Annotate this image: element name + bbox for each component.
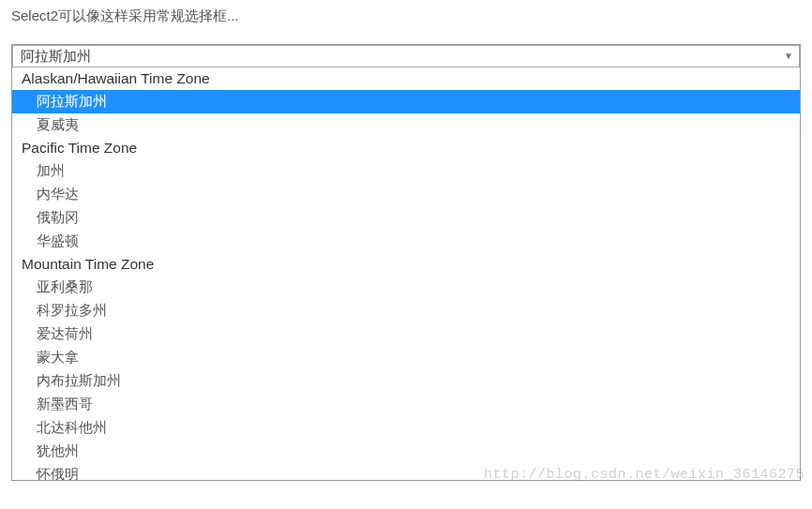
- optgroup-label: Mountain Time Zone: [12, 253, 800, 276]
- select-option[interactable]: 阿拉斯加州: [12, 90, 800, 113]
- select-option[interactable]: 新墨西哥: [12, 393, 800, 416]
- selected-value: 阿拉斯加州: [21, 48, 91, 64]
- select2-selection[interactable]: 阿拉斯加州 ▼: [12, 45, 800, 67]
- select-option[interactable]: 北达科他州: [12, 416, 800, 440]
- select-option[interactable]: 亚利桑那: [12, 276, 800, 299]
- select-option[interactable]: 夏威夷: [12, 113, 800, 137]
- select-option[interactable]: 爱达荷州: [12, 322, 800, 346]
- select-option[interactable]: 俄勒冈: [12, 206, 800, 230]
- select-option[interactable]: 蒙大拿: [12, 346, 800, 369]
- options-list[interactable]: Alaskan/Hawaiian Time Zone阿拉斯加州夏威夷Pacifi…: [12, 67, 800, 480]
- select-option[interactable]: 科罗拉多州: [12, 299, 800, 322]
- select-option[interactable]: 内布拉斯加州: [12, 369, 800, 393]
- select-option[interactable]: 内华达: [12, 183, 800, 206]
- select-option[interactable]: 犹他州: [12, 440, 800, 463]
- select2-container: 阿拉斯加州 ▼ Alaskan/Hawaiian Time Zone阿拉斯加州夏…: [11, 44, 801, 481]
- select-option[interactable]: 华盛顿: [12, 230, 800, 253]
- dropdown-arrow-icon: ▼: [784, 46, 793, 67]
- page-description: Select2可以像这样采用常规选择框...: [11, 7, 804, 25]
- select-option[interactable]: 怀俄明: [12, 463, 800, 480]
- select2-dropdown: Alaskan/Hawaiian Time Zone阿拉斯加州夏威夷Pacifi…: [12, 67, 800, 480]
- select-option[interactable]: 加州: [12, 159, 800, 183]
- optgroup-label: Alaskan/Hawaiian Time Zone: [12, 67, 800, 90]
- optgroup-label: Pacific Time Zone: [12, 137, 800, 159]
